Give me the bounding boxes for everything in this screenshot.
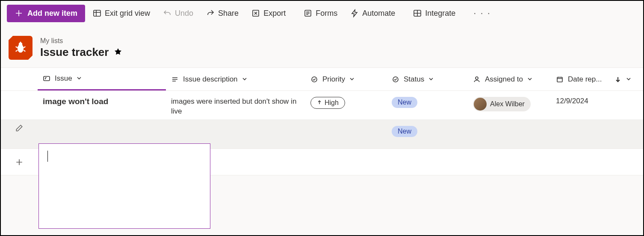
automate-label: Automate [362,9,395,18]
chevron-down-icon [626,75,631,84]
export-button[interactable]: Export [246,6,296,21]
breadcrumb[interactable]: My lists [40,37,122,45]
more-actions-button[interactable]: · · · [468,4,496,22]
page-title: Issue tracker [40,46,109,59]
automate-button[interactable]: Automate [345,6,405,21]
arrow-up-icon [317,99,322,107]
integrate-icon [413,9,422,17]
chevron-down-icon [527,75,532,84]
svg-rect-10 [557,77,562,82]
person-name: Alex Wilber [490,100,525,108]
forms-icon [304,9,312,17]
cell-issue-editing[interactable] [38,124,166,128]
share-label: Share [218,9,239,18]
choice-field-icon [310,76,318,83]
svg-point-9 [476,77,478,79]
plus-icon [15,9,23,17]
choice-field-icon [392,76,399,83]
export-label: Export [263,9,286,18]
svg-rect-6 [44,76,50,81]
person-field-icon [473,76,481,83]
forms-button[interactable]: Forms [298,6,343,21]
cell-issue[interactable]: image won't load [38,95,166,108]
chevron-down-icon [242,75,247,84]
exit-grid-view-label: Exit grid view [105,9,150,18]
column-header-description-label: Issue description [183,75,238,84]
add-new-item-label: Add new item [27,9,77,18]
column-header-date-reported[interactable]: Date rep... [551,75,636,84]
cell-assigned[interactable]: Alex Wilber [468,95,551,114]
chevron-down-icon [77,74,82,83]
cell-priority[interactable]: High [305,95,387,111]
status-pill: New [392,97,417,108]
chevron-down-icon [349,75,354,84]
table-row[interactable]: image won't load images were inserted bu… [1,91,643,120]
column-header-priority[interactable]: Priority [305,75,387,84]
column-header-status[interactable]: Status [387,75,468,84]
priority-label: High [325,99,339,107]
avatar [474,98,487,111]
cell-status[interactable]: New [387,124,468,139]
favorite-star-icon[interactable] [114,47,122,57]
excel-icon [251,9,260,17]
automate-icon [350,9,359,17]
priority-pill: High [310,97,345,109]
svg-rect-0 [94,10,100,16]
edit-row-indicator[interactable] [1,124,38,132]
column-header-assigned[interactable]: Assigned to [468,75,551,84]
list-header: My lists Issue tracker [1,26,643,67]
list-bug-icon [9,36,32,60]
cell-description[interactable] [166,124,305,128]
issue-title-editor[interactable] [38,143,210,229]
integrate-button[interactable]: Integrate [408,6,466,21]
share-button[interactable]: Share [201,6,244,21]
column-header-assigned-label: Assigned to [485,75,523,84]
chevron-down-icon [428,75,434,84]
forms-label: Forms [316,9,337,18]
cell-date-reported[interactable]: 12/9/2024 [551,95,636,107]
cell-date-reported[interactable] [551,124,636,128]
column-header-description[interactable]: Issue description [166,75,305,84]
column-header-issue[interactable]: Issue [38,68,166,90]
undo-label: Undo [175,9,193,18]
sort-descending-icon [614,76,622,83]
column-header-date-label: Date rep... [568,75,602,84]
share-icon [206,9,215,17]
integrate-label: Integrate [425,9,455,18]
status-pill: New [392,126,417,137]
exit-grid-view-button[interactable]: Exit grid view [88,6,155,21]
column-header-issue-label: Issue [55,74,72,83]
text-field-icon [171,76,179,83]
grid-icon [93,9,101,17]
title-field-icon [43,75,50,82]
person-pill: Alex Wilber [473,97,531,111]
command-bar: Add new item Exit grid view Undo Share E… [1,1,643,26]
grid-header-row: Issue Issue description Priority Status [1,68,643,91]
cell-priority[interactable] [305,124,387,128]
text-cursor [47,151,48,162]
add-row-button[interactable] [1,158,38,166]
undo-button[interactable]: Undo [158,6,198,21]
column-header-status-label: Status [404,75,424,84]
cell-assigned[interactable] [468,124,551,128]
cell-status[interactable]: New [387,95,468,110]
column-header-priority-label: Priority [322,75,345,84]
date-field-icon [556,76,564,83]
add-new-item-button[interactable]: Add new item [7,5,85,22]
undo-icon [163,9,171,17]
cell-description[interactable]: images were inserted but don't show in l… [166,95,305,118]
